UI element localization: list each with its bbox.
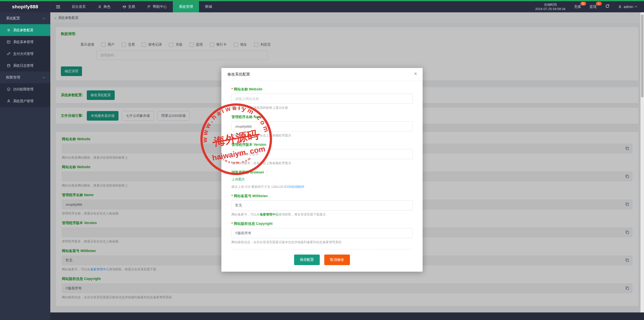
person-icon (618, 5, 622, 9)
required-mark: * (231, 194, 233, 198)
sidebar-item-system-params[interactable]: 系统参数配置 (0, 24, 50, 36)
username: admin (624, 5, 633, 9)
navbar: shopify888 后台首页 角色 交易 帮助中心 系统管理 商城 (0, 1, 644, 12)
sidebar-item-access-permissions[interactable]: 访问权限管理 (0, 83, 50, 95)
modal-website-input[interactable] (231, 94, 413, 104)
save-config-button[interactable]: 保存配置 (294, 255, 320, 265)
link-icon (7, 52, 11, 56)
gear-icon (7, 28, 11, 32)
recharge-badge: 11 (580, 2, 586, 6)
vertical-scrollbar[interactable] (640, 12, 644, 312)
required-mark: * (231, 87, 233, 91)
sidebar-item-system-menu[interactable]: 系统菜单管理 (0, 36, 50, 48)
close-icon[interactable]: × (414, 71, 417, 77)
sidebar-group-permissions[interactable]: 权限管理 (0, 72, 50, 83)
sidebar-group-system-config[interactable]: 系统配置 (0, 12, 50, 24)
modal-miitbeian-input[interactable] (231, 200, 413, 210)
app-logo: shopify888 (0, 1, 51, 12)
withdraw-button[interactable]: 提现 1 (590, 5, 597, 9)
chevron-down-icon (42, 16, 45, 19)
cancel-button[interactable]: 取消修改 (324, 255, 350, 265)
recharge-button[interactable]: 充值 11 (574, 5, 581, 9)
modal-field-browser-icon: 浏览器图标 Browser 上传图片 建议上传 ICO 图标的尺寸为 128x1… (231, 170, 413, 189)
user-menu[interactable]: admin (618, 5, 637, 9)
sidebar-toggle-button[interactable] (51, 1, 66, 12)
modal-app-version-input[interactable] (231, 149, 413, 159)
refresh-icon (605, 4, 610, 8)
log-icon (7, 64, 11, 67)
sidebar: 系统配置 系统参数配置 系统菜单管理 支付方式管理 系统日志管理 权限管理 (0, 12, 50, 320)
modal-field-app-name: 管理程序名称 Name 管理程序名称，在后台左上角标题处理显示 (231, 115, 413, 138)
time-label: 当地时间 (535, 3, 566, 7)
dialog-footer: 保存配置 取消修改 (221, 250, 423, 272)
icon-maker-link[interactable]: ICON在线制作 (284, 185, 304, 189)
person-icon (98, 5, 102, 9)
nav-item-mall[interactable]: 商城 (199, 1, 218, 12)
nav-item-dashboard[interactable]: 后台首页 (66, 1, 92, 12)
dialog-header: 修改系统配置 × (221, 68, 423, 81)
chevron-down-icon (42, 76, 45, 78)
upload-image-link[interactable]: 上传图片 (231, 177, 245, 182)
nav-item-system-management[interactable]: 系统管理 (173, 1, 199, 12)
shield-check-icon (7, 87, 11, 91)
nav-item-roles[interactable]: 角色 (92, 1, 116, 12)
modal-field-miitbeian: *网站备案号 Miitbeian 网站备案号，可以在备案管理中心查询获取，将在登… (231, 194, 413, 217)
nav-item-help-center[interactable]: 帮助中心 (141, 1, 173, 12)
chevron-up-icon (634, 6, 637, 9)
modal-field-copyright: *网站版权信息 Copyright 网站版权信息，在后台登录页面显示版本信息并链… (231, 222, 413, 244)
scales-icon (123, 5, 126, 9)
modify-config-dialog: 修改系统配置 × *网站名称 Website 网站名称，将在浏览器的标签上显示名… (221, 68, 423, 272)
modal-copyright-input[interactable] (231, 228, 413, 238)
withdraw-badge: 1 (596, 2, 602, 6)
sidebar-item-payment-methods[interactable]: 支付方式管理 (0, 48, 50, 60)
navbar-right: 当地时间 2024-07-25 04:59:34 充值 11 提现 1 admi… (535, 1, 644, 12)
person-icon (7, 99, 11, 103)
refresh-button[interactable] (605, 4, 610, 10)
flag-icon (147, 5, 151, 9)
menu-window-icon (7, 40, 11, 44)
modal-field-app-version: 管理程序版本 Version 管理程序版本，在后台左上角标题处理显示 (231, 143, 413, 165)
nav-item-transactions[interactable]: 交易 (116, 1, 141, 12)
sidebar-item-system-users[interactable]: 系统用户管理 (0, 95, 50, 107)
beian-center-link[interactable]: 备案管理中心 (260, 213, 279, 216)
sidebar-item-system-logs[interactable]: 系统日志管理 (0, 60, 50, 72)
footer-strip (50, 312, 644, 320)
modal-field-website: *网站名称 Website 网站名称，将在浏览器的标签上显示名称 (231, 87, 413, 110)
screen: shopify888 后台首页 角色 交易 帮助中心 系统管理 商城 (0, 0, 644, 320)
modal-app-name-input[interactable] (231, 121, 413, 131)
scrollbar-thumb[interactable] (641, 14, 643, 97)
local-time: 当地时间 2024-07-25 04:59:34 (535, 3, 566, 11)
dialog-title: 修改系统配置 (227, 72, 250, 76)
time-value: 2024-07-25 04:59:34 (535, 7, 566, 11)
required-mark: * (231, 222, 233, 226)
main-nav: 后台首页 角色 交易 帮助中心 系统管理 商城 (66, 1, 218, 12)
